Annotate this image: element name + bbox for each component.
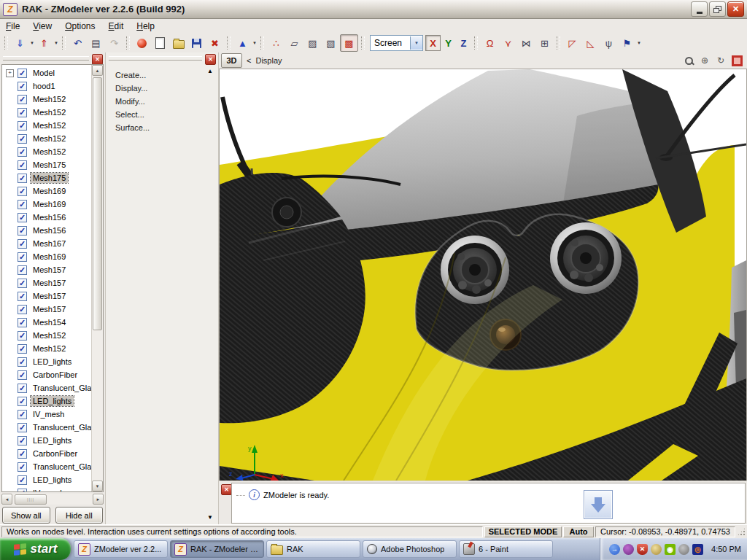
tree-item[interactable]: ✓ Mesh152 <box>2 329 91 342</box>
visibility-checkbox[interactable]: ✓ <box>18 69 27 78</box>
zoom-tool-button[interactable] <box>682 55 695 66</box>
menu-help[interactable]: Help <box>135 20 162 33</box>
visibility-checkbox[interactable]: ✓ <box>18 292 27 301</box>
visibility-checkbox[interactable]: ✓ <box>18 423 27 432</box>
tree-item[interactable]: ✓ Mesh152 <box>2 93 91 106</box>
visibility-checkbox[interactable]: ✓ <box>18 344 27 354</box>
close-button[interactable]: ✕ <box>727 1 744 17</box>
tree-item[interactable]: ✓ Translucent_Glass <box>2 421 91 434</box>
meshes-level-button[interactable]: ▧ <box>322 34 340 52</box>
tree-item[interactable]: ✓ hood1 <box>2 79 91 93</box>
edges-level-button[interactable]: ▱ <box>285 34 303 52</box>
messenger-tray-icon[interactable] <box>623 544 634 555</box>
menu-options[interactable]: Options <box>63 20 102 33</box>
tree-item[interactable]: ✓ Mesh152 <box>2 342 91 355</box>
save-file-button[interactable] <box>187 34 206 52</box>
visibility-checkbox[interactable]: ✓ <box>18 82 27 91</box>
log-close-button[interactable]: ✕ <box>221 484 232 495</box>
visibility-checkbox[interactable]: ✓ <box>18 475 27 485</box>
tree-item[interactable]: ✓ IV_mesh <box>2 408 91 421</box>
visibility-checkbox[interactable]: ✓ <box>18 134 27 144</box>
toolbar-grip[interactable] <box>4 36 8 50</box>
tree-item[interactable]: ✓ Mesh152 <box>2 106 91 119</box>
visibility-checkbox[interactable]: ✓ <box>18 252 27 262</box>
render-canvas[interactable]: y x z <box>219 69 747 481</box>
commands-scroll-down[interactable]: ▼ <box>207 514 213 521</box>
visibility-checkbox[interactable]: ✓ <box>18 226 27 236</box>
toolbar-grip[interactable] <box>361 36 365 50</box>
tree-item[interactable]: ✓ Mesh152 <box>2 119 91 132</box>
toolbar-grip[interactable] <box>557 36 560 50</box>
scroll-up-button[interactable]: ▲ <box>92 65 103 76</box>
scrollbar-thumb[interactable] <box>93 77 102 330</box>
open-file-button[interactable] <box>169 34 187 52</box>
visibility-checkbox[interactable]: ✓ <box>18 187 27 196</box>
axis-x-button[interactable]: X <box>425 35 441 51</box>
visibility-checkbox[interactable]: ✓ <box>18 239 27 249</box>
import-dropdown[interactable]: ▼ <box>29 41 35 45</box>
menu-view[interactable]: View <box>31 20 59 33</box>
visibility-checkbox[interactable]: ✓ <box>18 357 27 367</box>
polygons-level-button[interactable]: ▨ <box>303 34 322 52</box>
coords-mode-select[interactable]: Screen ▼ <box>370 35 423 51</box>
hide-all-button[interactable]: Hide all <box>55 507 104 524</box>
break-vertices-button[interactable]: ⋈ <box>517 34 535 52</box>
pivot-down-button[interactable]: ◸ <box>563 34 581 52</box>
visibility-checkbox[interactable]: ✓ <box>18 449 27 459</box>
tree-item[interactable]: ✓ Mesh154 <box>2 316 91 329</box>
visibility-checkbox[interactable]: ✓ <box>18 305 27 314</box>
flags-button[interactable]: ⚑ <box>618 34 636 52</box>
nvidia-tray-icon[interactable]: ◉ <box>665 544 676 555</box>
primitives-dropdown[interactable]: ▼ <box>252 41 258 45</box>
scrollbar-track[interactable] <box>92 332 103 481</box>
export-button[interactable]: ⇑ <box>35 34 53 52</box>
scrollbar-track[interactable]: |||| <box>12 494 93 505</box>
axis-y-button[interactable]: Y <box>441 35 456 51</box>
taskbar-task[interactable]: Adobe Photoshop <box>363 540 457 558</box>
grid-snap-button[interactable]: ⊞ <box>535 34 554 52</box>
command-item[interactable]: Select... <box>115 108 201 121</box>
visibility-checkbox[interactable]: ✓ <box>18 370 27 380</box>
tree-item[interactable]: ✓ Mesh167 <box>2 237 91 250</box>
flags-dropdown[interactable]: ▼ <box>636 41 642 45</box>
tree-item[interactable]: ✓ Translucent_Glass <box>2 460 91 473</box>
tree-item[interactable]: ✓ Mesh156 <box>2 211 91 224</box>
hierarchy-close-button[interactable]: ✕ <box>92 54 103 65</box>
tree-horizontal-scrollbar[interactable]: ◄ |||| ► <box>1 494 104 505</box>
export-dropdown[interactable]: ▼ <box>53 41 59 45</box>
viewport-breadcrumb[interactable]: Display <box>255 56 282 65</box>
objects-level-button[interactable]: ▩ <box>340 34 358 52</box>
scroll-right-button[interactable]: ► <box>93 494 104 505</box>
history-button[interactable]: ▤ <box>87 34 105 52</box>
minimize-button[interactable] <box>691 1 708 17</box>
visibility-checkbox[interactable]: ✓ <box>18 279 27 288</box>
tree-item[interactable]: ✓ IV_mesh <box>2 486 91 491</box>
tree-vertical-scrollbar[interactable]: ▲ ▼ <box>91 65 103 491</box>
taskbar-task[interactable]: Z RAK - ZModeler v... <box>170 540 264 558</box>
toolbar-grip[interactable] <box>260 36 264 50</box>
pivot-up-button[interactable]: ◺ <box>581 34 600 52</box>
pan-tool-button[interactable]: ⊕ <box>698 55 711 66</box>
command-item[interactable]: Modify... <box>115 95 201 108</box>
import-button[interactable]: ⇓ <box>11 34 29 52</box>
viewport-3d-tab[interactable]: 3D <box>221 53 242 68</box>
command-item[interactable]: Display... <box>115 82 201 95</box>
tree-item[interactable]: ✓ CarbonFiber <box>2 368 91 381</box>
commands-close-button[interactable]: ✕ <box>205 54 216 65</box>
auto-button[interactable]: Auto <box>563 526 594 537</box>
taskbar-task[interactable]: Z ZModeler ver 2.2... <box>74 540 168 558</box>
tree-item[interactable]: ✓ LED_lights <box>2 394 91 408</box>
panel-drag-grip[interactable] <box>3 56 89 61</box>
taskbar-task[interactable]: RAK <box>266 540 360 558</box>
visibility-checkbox[interactable]: ✓ <box>18 174 27 183</box>
tree-item[interactable]: ✓ LED_lights <box>2 434 91 447</box>
restore-button[interactable] <box>709 1 726 17</box>
resize-grip[interactable] <box>737 527 746 537</box>
commands-scroll-up[interactable]: ▲ <box>207 68 213 74</box>
delete-button[interactable]: ✖ <box>206 34 224 52</box>
animation-button[interactable]: ψ <box>600 34 618 52</box>
visibility-checkbox[interactable]: ✓ <box>18 200 27 209</box>
new-file-button[interactable] <box>151 34 169 52</box>
taskbar-task[interactable]: 6 - Paint <box>459 540 553 558</box>
viewport-maximize-button[interactable] <box>730 55 743 66</box>
